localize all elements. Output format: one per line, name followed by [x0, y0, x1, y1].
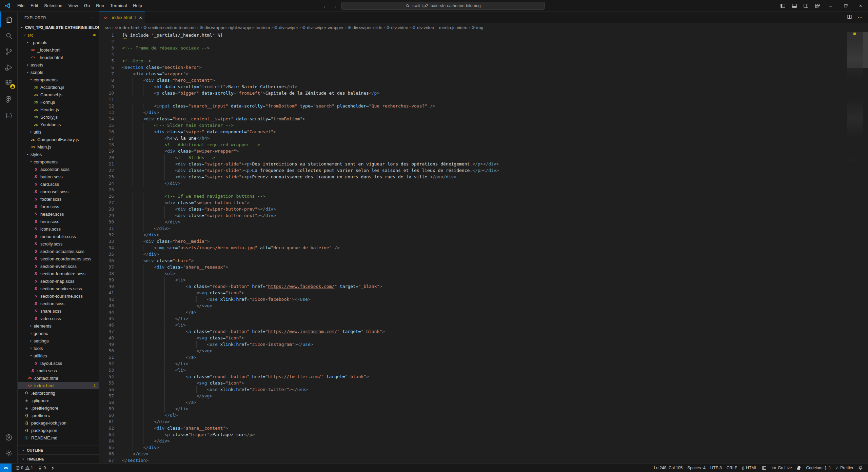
tree-item-.gitignore[interactable]: ◈.gitignore	[18, 397, 99, 404]
status-prettier[interactable]: ✓Prettier	[833, 466, 856, 470]
tree-item-Carousel.js[interactable]: JSCarousel.js	[18, 91, 99, 98]
tree-item-.prettierrc[interactable]: {}.prettierrc	[18, 412, 99, 419]
remote-indicator[interactable]: ><	[0, 464, 12, 472]
code-line[interactable]: 56 <use xlink:href="#icon-twitter"></use…	[99, 386, 868, 393]
tree-item-section.scss[interactable]: Ssection.scss	[18, 300, 99, 307]
minimap-viewport[interactable]	[847, 32, 863, 68]
tree-item-tools[interactable]: ›tools	[18, 345, 99, 352]
code-line[interactable]: 47 <a class="round--button" href="https:…	[99, 328, 868, 335]
code-line[interactable]: 59 </li>	[99, 406, 868, 412]
menu-file[interactable]: File	[14, 3, 27, 8]
explorer-more-actions-icon[interactable]: ⋯	[90, 15, 95, 20]
command-center-search[interactable]: cw4_tp2_baie-ste-catherine-bilomeg	[341, 2, 545, 10]
code-line[interactable]: 33 <div class="hero__media">	[99, 238, 868, 244]
code-line[interactable]: 5<!--Hero-->	[99, 58, 868, 64]
code-line[interactable]: 8 <div class="hero__content">	[99, 77, 868, 83]
code-line[interactable]: 31 </div>	[99, 225, 868, 232]
toggle-panel-icon[interactable]	[789, 0, 800, 11]
code-line[interactable]: 2	[99, 38, 868, 45]
code-line[interactable]: 60 </ul>	[99, 412, 868, 418]
tree-item-package-lock.json[interactable]: {}package-lock.json	[18, 419, 99, 427]
code-line[interactable]: 21 <div class="swiper-slide"><p>Des inte…	[99, 161, 868, 167]
code-line[interactable]: 48 <svg class="icon">	[99, 335, 868, 341]
code-line[interactable]: 27 <div class="swiper-button-flex">	[99, 199, 868, 206]
code-area[interactable]: 1{% include "_partials/_header.html" %}2…	[99, 32, 868, 463]
code-line[interactable]: 10 <p class="bigger" data-scrolly="fromL…	[99, 90, 868, 96]
code-line[interactable]: 22 <div class="swiper-slide"><p>La fréqu…	[99, 167, 868, 174]
activitybar-extensions[interactable]	[0, 75, 18, 91]
tree-item-_header.html[interactable]: <>_header.html	[18, 54, 99, 61]
code-line[interactable]: 58 </a>	[99, 399, 868, 406]
menu-edit[interactable]: Edit	[27, 3, 41, 8]
code-line[interactable]: 24 </div>	[99, 180, 868, 186]
code-line[interactable]: 43 </svg>	[99, 302, 868, 309]
code-line[interactable]: 26 <!-- If we need navigation buttons --…	[99, 193, 868, 199]
menu-view[interactable]: View	[65, 3, 81, 8]
tree-item-section-tourisme.scss[interactable]: Ssection-tourisme.scss	[18, 292, 99, 300]
status-eol[interactable]: CRLF	[724, 466, 739, 470]
code-line[interactable]: 18 <!-- Additional required wrapper -->	[99, 141, 868, 148]
tree-item-section-actualites.scss[interactable]: Ssection-actualites.scss	[18, 248, 99, 255]
window-minimize-button[interactable]: –	[823, 0, 838, 11]
tree-item-section-event.scss[interactable]: Ssection-event.scss	[18, 262, 99, 270]
tree-item-ComponentFactory.js[interactable]: JSComponentFactory.js	[18, 136, 99, 143]
tree-item-Form.js[interactable]: JSForm.js	[18, 98, 99, 106]
code-line[interactable]: 1{% include "_partials/_header.html" %}	[99, 32, 868, 38]
code-line[interactable]: 38 <ul>	[99, 270, 868, 277]
menu-go[interactable]: Go	[81, 3, 93, 8]
tree-item-src[interactable]: ›src	[18, 31, 99, 39]
code-line[interactable]: 17 <h4>À la une</h4>	[99, 135, 868, 141]
code-line[interactable]: 57 </svg>	[99, 393, 868, 399]
status-ports[interactable]: 0	[35, 464, 48, 472]
code-line[interactable]: 51 </a>	[99, 354, 868, 360]
menu-help[interactable]: Help	[130, 3, 145, 8]
code-line[interactable]: 46 <li>	[99, 322, 868, 328]
tree-item-elements[interactable]: ›elements	[18, 322, 99, 330]
breadcrumb-item-section.section-tourisme[interactable]: ⊘section.section-tourisme	[143, 25, 196, 30]
tree-item-footer.scss[interactable]: Sfooter.scss	[18, 195, 99, 203]
code-line[interactable]: 4	[99, 51, 868, 58]
code-line[interactable]: 49 <use xlink:href="#icon-instagram"></u…	[99, 341, 868, 348]
breadcrumb-item-div.video__media.js-video[interactable]: ⊘div.video__media.js-video	[412, 25, 468, 30]
tree-item-package.json[interactable]: {}package.json	[18, 427, 99, 434]
tree-item-main.scss[interactable]: Smain.scss	[18, 367, 99, 374]
tree-item-utils[interactable]: ›utils	[18, 128, 99, 136]
more-actions-icon[interactable]: ⋯	[857, 14, 863, 20]
tree-item-generic[interactable]: ›generic	[18, 330, 99, 337]
activitybar-figma[interactable]	[0, 91, 18, 107]
status-squirrel-extension[interactable]	[794, 466, 804, 470]
code-line[interactable]: 66 </div>	[99, 451, 868, 457]
tree-item-accordion.scss[interactable]: Saccordion.scss	[18, 165, 99, 173]
tree-item-button.scss[interactable]: Sbutton.scss	[18, 173, 99, 180]
tree-item-share.scss[interactable]: Sshare.scss	[18, 307, 99, 315]
code-line[interactable]: 36 <div class="share">	[99, 257, 868, 264]
tree-item-utilities[interactable]: ›utilities	[18, 352, 99, 359]
tree-item-menu-mobile.scss[interactable]: Smenu-mobile.scss	[18, 233, 99, 240]
status-go-live[interactable]: Go Live	[769, 466, 794, 470]
activitybar-source-control[interactable]	[0, 43, 18, 59]
code-line[interactable]: 25	[99, 186, 868, 193]
tree-item-Main.js[interactable]: JSMain.js	[18, 143, 99, 151]
tree-item-hero.scss[interactable]: Shero.scss	[18, 218, 99, 225]
code-line[interactable]: 12 <input class="search__input" data-scr…	[99, 103, 868, 109]
code-line[interactable]: 67</section>	[99, 457, 868, 463]
code-line[interactable]: 13 </div>	[99, 109, 868, 116]
status-language-mode[interactable]: {}HTML	[739, 466, 760, 470]
split-editor-icon[interactable]	[847, 14, 852, 21]
scrollbar-slider[interactable]	[863, 32, 868, 68]
activitybar-settings[interactable]	[0, 445, 18, 461]
code-line[interactable]: 3<!-- Frame de réseaux sociaux -->	[99, 45, 868, 51]
tree-item-Youtube.js[interactable]: JSYoutube.js	[18, 121, 99, 128]
code-line[interactable]: 53 <li>	[99, 367, 868, 373]
tree-item-card.scss[interactable]: Scard.scss	[18, 180, 99, 188]
outline-panel-header[interactable]: › OUTLINE	[18, 446, 99, 454]
code-line[interactable]: 35 </div>	[99, 251, 868, 257]
tree-item-components[interactable]: ›components	[18, 158, 99, 165]
menu-selection[interactable]: Selection	[41, 3, 65, 8]
status-problems[interactable]: 01	[13, 464, 35, 472]
status-codeium[interactable]: Codeium: {...}	[804, 466, 833, 470]
code-line[interactable]: 42 <use xlink:href="#icon-facebook"></us…	[99, 296, 868, 302]
code-line[interactable]: 16 <div class="swiper" data-component="C…	[99, 129, 868, 135]
status-indentation[interactable]: Spaces: 4	[685, 466, 708, 470]
code-line[interactable]: 7 <div class="wrapper">	[99, 71, 868, 77]
